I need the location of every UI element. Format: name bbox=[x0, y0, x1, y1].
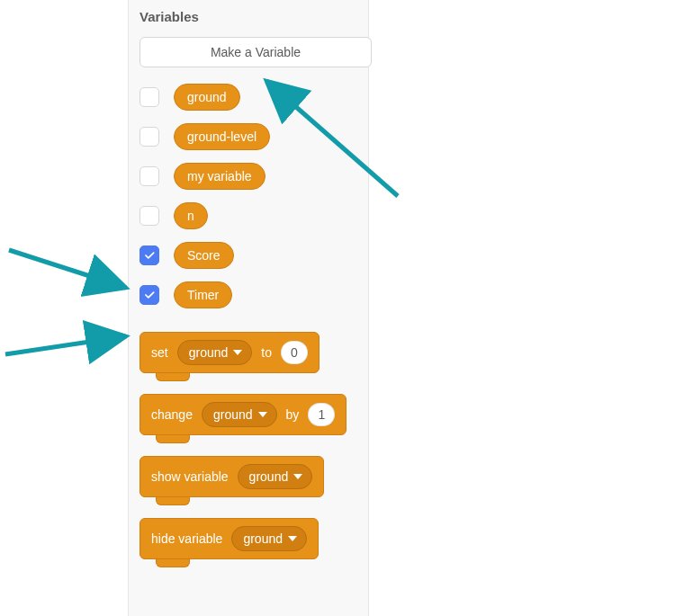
chevron-down-icon bbox=[258, 412, 267, 417]
block-notch bbox=[156, 372, 190, 381]
make-variable-button[interactable]: Make a Variable bbox=[140, 37, 372, 67]
block-show-variable[interactable]: show variable ground bbox=[140, 456, 357, 505]
variable-row: Score bbox=[140, 242, 357, 269]
variable-name: n bbox=[187, 209, 194, 223]
block-text: change bbox=[151, 407, 193, 422]
variable-pill[interactable]: n bbox=[174, 202, 208, 229]
check-icon bbox=[143, 289, 156, 301]
variable-row: ground-level bbox=[140, 123, 357, 150]
variable-list: groundground-levelmy variablenScoreTimer bbox=[140, 84, 357, 308]
dropdown-value: ground bbox=[243, 531, 283, 546]
block-text: by bbox=[286, 407, 300, 422]
block-text: set bbox=[151, 345, 168, 360]
variable-name: Score bbox=[187, 248, 220, 263]
variables-panel: Variables Make a Variable groundground-l… bbox=[128, 0, 369, 616]
svg-line-1 bbox=[9, 250, 126, 288]
chevron-down-icon bbox=[293, 474, 302, 479]
variable-dropdown[interactable]: ground bbox=[177, 340, 253, 365]
block-hide-variable[interactable]: hide variable ground bbox=[140, 518, 357, 567]
variable-dropdown[interactable]: ground bbox=[238, 464, 313, 489]
variable-row: n bbox=[140, 202, 357, 229]
make-variable-label: Make a Variable bbox=[211, 45, 301, 59]
visibility-checkbox[interactable] bbox=[140, 246, 159, 265]
block-text: to bbox=[261, 345, 272, 360]
variable-name: ground-level bbox=[187, 129, 256, 144]
variable-row: my variable bbox=[140, 163, 357, 190]
variable-name: ground bbox=[187, 90, 227, 104]
value-input[interactable]: 0 bbox=[281, 341, 308, 364]
check-icon bbox=[143, 249, 156, 262]
block-notch bbox=[156, 558, 190, 567]
block-text: show variable bbox=[151, 469, 229, 484]
dropdown-value: ground bbox=[189, 345, 229, 360]
section-title: Variables bbox=[140, 9, 357, 24]
variable-row: Timer bbox=[140, 281, 357, 308]
visibility-checkbox[interactable] bbox=[140, 166, 159, 186]
variable-pill[interactable]: ground bbox=[174, 84, 240, 111]
value-text: 0 bbox=[291, 345, 298, 360]
variable-pill[interactable]: ground-level bbox=[174, 123, 270, 150]
visibility-checkbox[interactable] bbox=[140, 87, 159, 107]
value-input[interactable]: 1 bbox=[308, 403, 335, 426]
variable-pill[interactable]: my variable bbox=[174, 163, 266, 190]
block-notch bbox=[156, 496, 190, 505]
visibility-checkbox[interactable] bbox=[140, 127, 159, 147]
variable-row: ground bbox=[140, 84, 357, 111]
visibility-checkbox[interactable] bbox=[140, 285, 159, 305]
dropdown-value: ground bbox=[249, 469, 289, 484]
variable-name: Timer bbox=[187, 288, 219, 302]
visibility-checkbox[interactable] bbox=[140, 206, 159, 226]
chevron-down-icon bbox=[233, 350, 242, 355]
svg-line-2 bbox=[5, 336, 126, 354]
variable-name: my variable bbox=[187, 169, 252, 183]
block-notch bbox=[156, 434, 190, 443]
block-set-variable[interactable]: set ground to 0 bbox=[140, 332, 357, 381]
dropdown-value: ground bbox=[213, 407, 253, 422]
variable-pill[interactable]: Timer bbox=[174, 281, 232, 308]
variable-dropdown[interactable]: ground bbox=[231, 526, 307, 551]
block-change-variable[interactable]: change ground by 1 bbox=[140, 394, 357, 443]
chevron-down-icon bbox=[288, 536, 297, 541]
block-text: hide variable bbox=[151, 531, 222, 546]
variable-dropdown[interactable]: ground bbox=[202, 402, 277, 427]
value-text: 1 bbox=[318, 407, 325, 422]
variable-pill[interactable]: Score bbox=[174, 242, 234, 269]
